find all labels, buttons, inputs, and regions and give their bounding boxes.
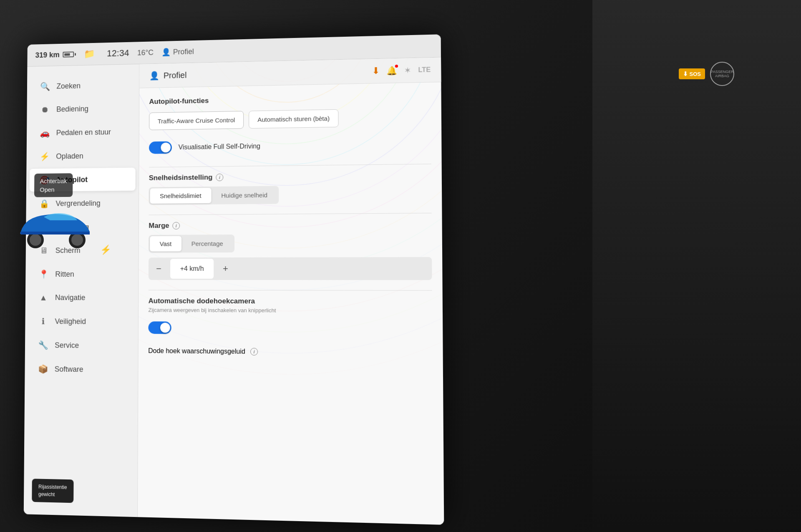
achterbak-badge: Achterbak Open: [34, 173, 73, 197]
bottom-badge: Rijassistentie gewicht: [32, 479, 73, 503]
header-icons: ⬇ 🔔 ✶ LTE: [372, 64, 431, 76]
sos-badge: ⬇ SOS: [679, 68, 705, 79]
controls-icon: ⏺: [40, 105, 50, 115]
profile-title-text: Profiel: [164, 70, 187, 80]
bottom-badge-line2: gewicht: [38, 490, 67, 499]
huidige-snelheid-btn[interactable]: Huidige snelheid: [211, 187, 277, 203]
content-area: .arc { fill: none; stroke-width: 1.5; }: [138, 58, 444, 525]
percentage-btn[interactable]: Percentage: [181, 236, 233, 251]
bottom-badge-line1: Rijassistentie: [38, 483, 67, 491]
marge-title: Marge i: [149, 220, 431, 230]
divider-3: [149, 290, 432, 291]
visualisatie-label: Visualisatie Full Self-Driving: [179, 143, 260, 151]
camera-toggle-row: [148, 318, 432, 339]
camera-title: Automatische dodehoekcamera: [149, 297, 432, 306]
speed-segmented-control: Snelheidslimiet Huidige snelheid: [149, 186, 279, 205]
autopilot-buttons: Traffic-Aware Cruise Control Automatisch…: [149, 108, 431, 130]
visualisatie-row: Visualisatie Full Self-Driving: [149, 134, 431, 157]
achterbak-status: Open: [40, 185, 67, 194]
sidebar-label-opladen: Opladen: [56, 152, 83, 161]
main-layout: 🔍 Zoeken ⏺ Bediening 🚗 Pedalen en stuur …: [24, 58, 444, 525]
time-display: 12:34: [107, 48, 129, 59]
traffic-aware-btn[interactable]: Traffic-Aware Cruise Control: [149, 111, 244, 130]
sidebar-label-zoeken: Zoeken: [56, 81, 81, 91]
download-icon[interactable]: ⬇: [372, 66, 380, 76]
visualisatie-toggle[interactable]: [149, 141, 172, 154]
dode-hoek-label: Dode hoek waarschuwingsgeluid: [148, 347, 245, 356]
battery-icon: [63, 51, 76, 57]
search-icon: 🔍: [40, 81, 50, 91]
profile-status: 👤 Profiel: [162, 47, 194, 57]
speed-minus-btn[interactable]: −: [149, 259, 169, 279]
marge-title-text: Marge: [149, 222, 169, 230]
sidebar-label-software: Software: [55, 365, 83, 373]
speed-value-display: +4 km/h: [170, 259, 214, 279]
marge-segmented-control: Vast Percentage: [149, 234, 234, 252]
camera-toggle[interactable]: [148, 321, 171, 334]
dode-hoek-info-icon[interactable]: i: [250, 348, 258, 356]
speed-title: Snelheidsinstelling i: [149, 171, 431, 182]
speed-adjust-control: − +4 km/h +: [149, 257, 432, 280]
km-display: 319 km: [35, 50, 76, 60]
lightning-icon: ⚡: [100, 245, 111, 255]
sidebar-item-software[interactable]: 📦 Software: [28, 357, 135, 381]
dode-hoek-row: Dode hoek waarschuwingsgeluid i: [148, 347, 432, 357]
profile-icon: 👤: [162, 48, 171, 57]
speed-plus-btn[interactable]: +: [215, 259, 236, 279]
profile-label: Profiel: [173, 47, 194, 56]
km-value: 319 km: [35, 50, 60, 60]
sidebar-item-navigatie[interactable]: ▲ Navigatie: [28, 287, 135, 310]
charge-icon: ⚡: [39, 151, 50, 161]
airbag-label: PASSENGER: [710, 70, 733, 74]
sidebar-item-opladen[interactable]: ⚡ Opladen: [30, 144, 136, 168]
svg-point-18: [71, 234, 83, 246]
sidebar-item-veiligheid[interactable]: ℹ Veiligheid: [28, 310, 135, 333]
divider-2: [149, 213, 431, 215]
sidebar-item-bediening[interactable]: ⏺ Bediening: [30, 97, 136, 121]
svg-point-16: [30, 234, 41, 246]
service-icon: 🔧: [38, 340, 48, 350]
car-image: [13, 200, 100, 267]
navigate-icon: ▲: [38, 293, 49, 303]
bluetooth-icon[interactable]: ✶: [404, 65, 411, 75]
sos-label: SOS: [690, 71, 701, 77]
vast-btn[interactable]: Vast: [150, 236, 181, 252]
divider-1: [149, 164, 431, 167]
sidebar-item-zoeken[interactable]: 🔍 Zoeken: [30, 73, 136, 98]
sidebar: 🔍 Zoeken ⏺ Bediening 🚗 Pedalen en stuur …: [24, 64, 140, 517]
marge-section: Marge i Vast Percentage −: [149, 220, 432, 280]
main-screen: 319 km 📁 12:34 16°C 👤 Profiel 🔍 Zoeken: [24, 34, 444, 525]
autopilot-section-title: Autopilot-functies: [149, 93, 431, 106]
lte-icon: LTE: [418, 66, 431, 74]
sidebar-label-navigatie: Navigatie: [55, 293, 86, 302]
speed-info-icon[interactable]: i: [216, 174, 223, 181]
automatisch-sturen-btn[interactable]: Automatisch sturen (bèta): [249, 109, 338, 129]
temperature-display: 16°C: [137, 48, 154, 57]
airbag-badge: PASSENGER AIRBAG: [710, 62, 734, 86]
safety-icon: ℹ: [38, 316, 48, 326]
speed-title-text: Snelheidsinstelling: [149, 173, 213, 182]
sidebar-label-ritten: Ritten: [55, 270, 74, 279]
sidebar-label-veiligheid: Veiligheid: [55, 317, 86, 326]
marge-info-icon[interactable]: i: [172, 222, 180, 229]
sidebar-label-pedalen: Pedalen en stuur: [56, 128, 111, 137]
notification-bell[interactable]: 🔔: [386, 66, 397, 76]
sidebar-item-pedalen[interactable]: 🚗 Pedalen en stuur: [30, 120, 136, 144]
sidebar-item-service[interactable]: 🔧 Service: [28, 333, 135, 357]
sidebar-label-bediening: Bediening: [56, 105, 88, 114]
speed-section: Snelheidsinstelling i Snelheidslimiet Hu…: [149, 171, 432, 205]
notification-dot: [395, 65, 398, 68]
camera-section: Automatische dodehoekcamera Zijcamera we…: [148, 297, 432, 339]
settings-content: Autopilot-functies Traffic-Aware Cruise …: [139, 82, 443, 367]
profile-title: 👤 Profiel: [149, 70, 187, 81]
profile-header-icon: 👤: [149, 71, 159, 81]
camera-subtitle: Zijcamera weergeven bij inschakelen van …: [149, 307, 432, 314]
achterbak-label: Achterbak: [40, 176, 67, 185]
safety-badges: ⬇ SOS PASSENGER AIRBAG: [679, 62, 734, 86]
folder-icon: 📁: [84, 48, 95, 59]
sidebar-label-service: Service: [55, 341, 79, 350]
software-icon: 📦: [38, 364, 48, 374]
trips-icon: 📍: [38, 269, 49, 279]
pedals-icon: 🚗: [40, 128, 50, 138]
snelheidslimiet-btn[interactable]: Snelheidslimiet: [150, 188, 212, 204]
